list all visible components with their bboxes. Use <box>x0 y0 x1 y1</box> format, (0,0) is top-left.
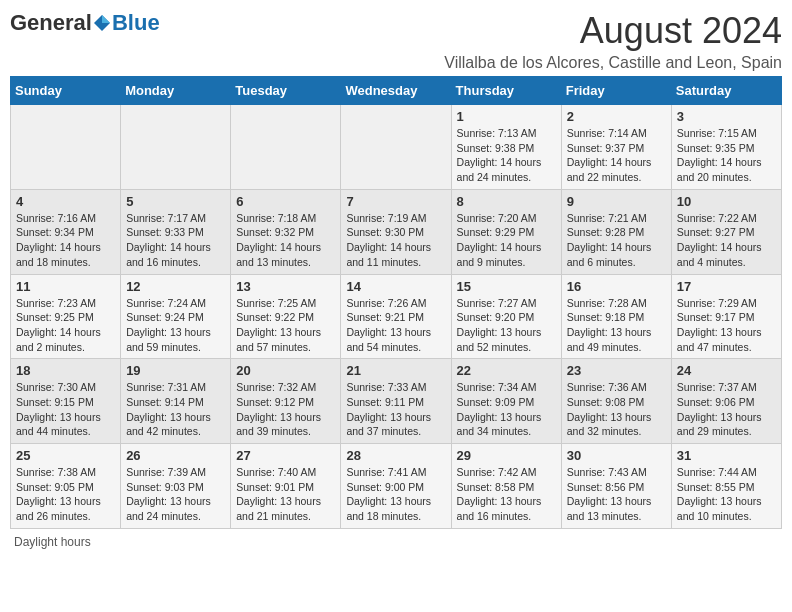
calendar-cell: 30Sunrise: 7:43 AM Sunset: 8:56 PM Dayli… <box>561 444 671 529</box>
day-number: 17 <box>677 279 776 294</box>
weekday-header-sunday: Sunday <box>11 77 121 105</box>
day-number: 9 <box>567 194 666 209</box>
logo-general-text: General <box>10 10 92 36</box>
calendar-cell: 4Sunrise: 7:16 AM Sunset: 9:34 PM Daylig… <box>11 189 121 274</box>
day-detail: Sunrise: 7:31 AM Sunset: 9:14 PM Dayligh… <box>126 380 225 439</box>
day-detail: Sunrise: 7:42 AM Sunset: 8:58 PM Dayligh… <box>457 465 556 524</box>
calendar-cell: 11Sunrise: 7:23 AM Sunset: 9:25 PM Dayli… <box>11 274 121 359</box>
day-number: 5 <box>126 194 225 209</box>
day-number: 21 <box>346 363 445 378</box>
calendar-cell: 31Sunrise: 7:44 AM Sunset: 8:55 PM Dayli… <box>671 444 781 529</box>
day-detail: Sunrise: 7:40 AM Sunset: 9:01 PM Dayligh… <box>236 465 335 524</box>
day-detail: Sunrise: 7:24 AM Sunset: 9:24 PM Dayligh… <box>126 296 225 355</box>
svg-marker-1 <box>102 15 110 23</box>
day-number: 28 <box>346 448 445 463</box>
day-number: 1 <box>457 109 556 124</box>
calendar-week-row: 18Sunrise: 7:30 AM Sunset: 9:15 PM Dayli… <box>11 359 782 444</box>
calendar-cell: 27Sunrise: 7:40 AM Sunset: 9:01 PM Dayli… <box>231 444 341 529</box>
calendar-cell: 10Sunrise: 7:22 AM Sunset: 9:27 PM Dayli… <box>671 189 781 274</box>
day-number: 20 <box>236 363 335 378</box>
day-number: 13 <box>236 279 335 294</box>
weekday-header-tuesday: Tuesday <box>231 77 341 105</box>
calendar-cell: 26Sunrise: 7:39 AM Sunset: 9:03 PM Dayli… <box>121 444 231 529</box>
calendar-week-row: 11Sunrise: 7:23 AM Sunset: 9:25 PM Dayli… <box>11 274 782 359</box>
day-number: 11 <box>16 279 115 294</box>
day-number: 12 <box>126 279 225 294</box>
day-detail: Sunrise: 7:34 AM Sunset: 9:09 PM Dayligh… <box>457 380 556 439</box>
calendar-cell: 14Sunrise: 7:26 AM Sunset: 9:21 PM Dayli… <box>341 274 451 359</box>
calendar-week-row: 4Sunrise: 7:16 AM Sunset: 9:34 PM Daylig… <box>11 189 782 274</box>
day-number: 18 <box>16 363 115 378</box>
day-detail: Sunrise: 7:36 AM Sunset: 9:08 PM Dayligh… <box>567 380 666 439</box>
day-detail: Sunrise: 7:29 AM Sunset: 9:17 PM Dayligh… <box>677 296 776 355</box>
calendar-cell: 22Sunrise: 7:34 AM Sunset: 9:09 PM Dayli… <box>451 359 561 444</box>
day-detail: Sunrise: 7:17 AM Sunset: 9:33 PM Dayligh… <box>126 211 225 270</box>
calendar-cell: 5Sunrise: 7:17 AM Sunset: 9:33 PM Daylig… <box>121 189 231 274</box>
calendar-week-row: 1Sunrise: 7:13 AM Sunset: 9:38 PM Daylig… <box>11 105 782 190</box>
day-number: 30 <box>567 448 666 463</box>
day-number: 16 <box>567 279 666 294</box>
day-detail: Sunrise: 7:15 AM Sunset: 9:35 PM Dayligh… <box>677 126 776 185</box>
calendar-cell <box>121 105 231 190</box>
day-detail: Sunrise: 7:27 AM Sunset: 9:20 PM Dayligh… <box>457 296 556 355</box>
day-detail: Sunrise: 7:28 AM Sunset: 9:18 PM Dayligh… <box>567 296 666 355</box>
day-number: 26 <box>126 448 225 463</box>
footer-note: Daylight hours <box>10 535 782 549</box>
day-detail: Sunrise: 7:37 AM Sunset: 9:06 PM Dayligh… <box>677 380 776 439</box>
day-number: 3 <box>677 109 776 124</box>
day-number: 25 <box>16 448 115 463</box>
title-area: August 2024 Villalba de los Alcores, Cas… <box>444 10 782 72</box>
calendar-cell: 18Sunrise: 7:30 AM Sunset: 9:15 PM Dayli… <box>11 359 121 444</box>
logo: General Blue <box>10 10 160 36</box>
day-number: 6 <box>236 194 335 209</box>
day-number: 27 <box>236 448 335 463</box>
calendar-cell: 13Sunrise: 7:25 AM Sunset: 9:22 PM Dayli… <box>231 274 341 359</box>
calendar-table: SundayMondayTuesdayWednesdayThursdayFrid… <box>10 76 782 529</box>
day-number: 10 <box>677 194 776 209</box>
main-title: August 2024 <box>444 10 782 52</box>
weekday-header-saturday: Saturday <box>671 77 781 105</box>
calendar-cell: 9Sunrise: 7:21 AM Sunset: 9:28 PM Daylig… <box>561 189 671 274</box>
day-detail: Sunrise: 7:33 AM Sunset: 9:11 PM Dayligh… <box>346 380 445 439</box>
calendar-cell: 16Sunrise: 7:28 AM Sunset: 9:18 PM Dayli… <box>561 274 671 359</box>
day-number: 15 <box>457 279 556 294</box>
day-detail: Sunrise: 7:22 AM Sunset: 9:27 PM Dayligh… <box>677 211 776 270</box>
calendar-cell: 17Sunrise: 7:29 AM Sunset: 9:17 PM Dayli… <box>671 274 781 359</box>
day-detail: Sunrise: 7:23 AM Sunset: 9:25 PM Dayligh… <box>16 296 115 355</box>
calendar-cell: 2Sunrise: 7:14 AM Sunset: 9:37 PM Daylig… <box>561 105 671 190</box>
calendar-cell: 24Sunrise: 7:37 AM Sunset: 9:06 PM Dayli… <box>671 359 781 444</box>
day-number: 29 <box>457 448 556 463</box>
calendar-cell: 19Sunrise: 7:31 AM Sunset: 9:14 PM Dayli… <box>121 359 231 444</box>
day-number: 4 <box>16 194 115 209</box>
day-number: 23 <box>567 363 666 378</box>
day-number: 22 <box>457 363 556 378</box>
calendar-cell: 25Sunrise: 7:38 AM Sunset: 9:05 PM Dayli… <box>11 444 121 529</box>
weekday-header-row: SundayMondayTuesdayWednesdayThursdayFrid… <box>11 77 782 105</box>
calendar-cell: 20Sunrise: 7:32 AM Sunset: 9:12 PM Dayli… <box>231 359 341 444</box>
day-number: 14 <box>346 279 445 294</box>
calendar-cell: 7Sunrise: 7:19 AM Sunset: 9:30 PM Daylig… <box>341 189 451 274</box>
day-detail: Sunrise: 7:38 AM Sunset: 9:05 PM Dayligh… <box>16 465 115 524</box>
day-detail: Sunrise: 7:19 AM Sunset: 9:30 PM Dayligh… <box>346 211 445 270</box>
subtitle: Villalba de los Alcores, Castille and Le… <box>444 54 782 72</box>
calendar-cell: 1Sunrise: 7:13 AM Sunset: 9:38 PM Daylig… <box>451 105 561 190</box>
calendar-week-row: 25Sunrise: 7:38 AM Sunset: 9:05 PM Dayli… <box>11 444 782 529</box>
header: General Blue August 2024 Villalba de los… <box>10 10 782 72</box>
day-number: 2 <box>567 109 666 124</box>
calendar-cell: 23Sunrise: 7:36 AM Sunset: 9:08 PM Dayli… <box>561 359 671 444</box>
calendar-cell: 29Sunrise: 7:42 AM Sunset: 8:58 PM Dayli… <box>451 444 561 529</box>
weekday-header-monday: Monday <box>121 77 231 105</box>
calendar-cell: 15Sunrise: 7:27 AM Sunset: 9:20 PM Dayli… <box>451 274 561 359</box>
day-detail: Sunrise: 7:44 AM Sunset: 8:55 PM Dayligh… <box>677 465 776 524</box>
day-detail: Sunrise: 7:21 AM Sunset: 9:28 PM Dayligh… <box>567 211 666 270</box>
day-detail: Sunrise: 7:25 AM Sunset: 9:22 PM Dayligh… <box>236 296 335 355</box>
day-detail: Sunrise: 7:30 AM Sunset: 9:15 PM Dayligh… <box>16 380 115 439</box>
calendar-cell: 8Sunrise: 7:20 AM Sunset: 9:29 PM Daylig… <box>451 189 561 274</box>
logo-flag-icon <box>93 14 111 32</box>
day-detail: Sunrise: 7:26 AM Sunset: 9:21 PM Dayligh… <box>346 296 445 355</box>
calendar-cell: 12Sunrise: 7:24 AM Sunset: 9:24 PM Dayli… <box>121 274 231 359</box>
day-number: 8 <box>457 194 556 209</box>
day-detail: Sunrise: 7:43 AM Sunset: 8:56 PM Dayligh… <box>567 465 666 524</box>
weekday-header-wednesday: Wednesday <box>341 77 451 105</box>
day-number: 31 <box>677 448 776 463</box>
